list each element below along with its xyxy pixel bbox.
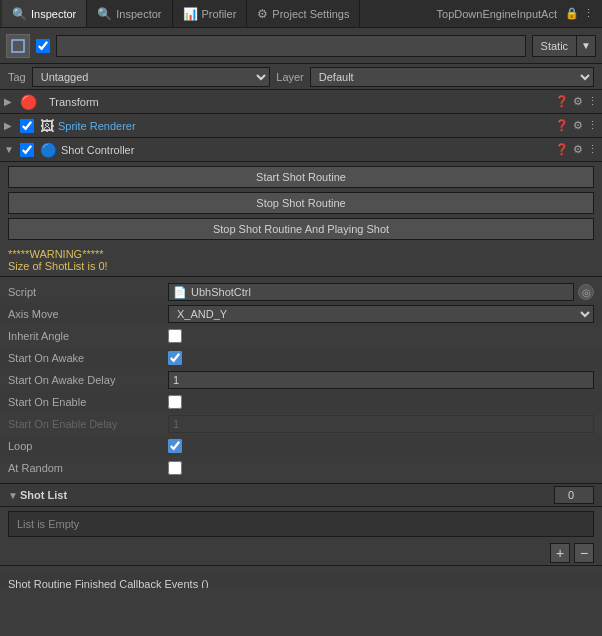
svg-rect-0 <box>12 40 24 52</box>
prop-value-inherit-angle <box>168 329 594 343</box>
profiler-icon: 📊 <box>183 7 198 21</box>
start-on-awake-checkbox[interactable] <box>168 351 182 365</box>
stop-shot-routine-button[interactable]: Stop Shot Routine <box>8 192 594 214</box>
prop-row-start-on-awake: Start On Awake <box>0 347 602 369</box>
loop-checkbox[interactable] <box>168 439 182 453</box>
script-file-icon: 📄 <box>173 286 187 299</box>
prop-row-script: Script 📄 UbhShotCtrl ◎ <box>0 281 602 303</box>
transform-help-icon[interactable]: ❓ <box>555 95 569 108</box>
shot-list-header[interactable]: ▼ Shot List <box>0 483 602 507</box>
component-sprite-renderer[interactable]: ▶ 🖼 Sprite Renderer ❓ ⚙ ⋮ <box>0 114 602 138</box>
prop-value-start-on-enable-delay <box>168 415 594 433</box>
shot-layout-icon[interactable]: ⚙ <box>573 143 583 156</box>
prop-label-loop: Loop <box>8 440 168 452</box>
shot-controller-icon: 🔵 <box>40 142 57 158</box>
sprite-renderer-icon: 🖼 <box>40 118 54 134</box>
prop-value-axis-move: X_AND_Y <box>168 305 594 323</box>
at-random-checkbox[interactable] <box>168 461 182 475</box>
sprite-layout-icon[interactable]: ⚙ <box>573 119 583 132</box>
prop-label-start-on-awake: Start On Awake <box>8 352 168 364</box>
tab-inspector-2-label: Inspector <box>116 8 161 20</box>
layer-label: Layer <box>276 71 304 83</box>
prop-label-axis-move: Axis Move <box>8 308 168 320</box>
prop-label-script: Script <box>8 286 168 298</box>
sprite-renderer-actions: ❓ ⚙ ⋮ <box>555 119 598 132</box>
shot-more-icon[interactable]: ⋮ <box>587 143 598 156</box>
tab-profiler[interactable]: 📊 Profiler <box>173 0 248 27</box>
prop-row-inherit-angle: Inherit Angle <box>0 325 602 347</box>
settings-icon: ⚙ <box>257 7 268 21</box>
stop-shot-playing-button[interactable]: Stop Shot Routine And Playing Shot <box>8 218 594 240</box>
prop-row-start-on-enable-delay: Start On Enable Delay <box>0 413 602 435</box>
shot-controller-label: Shot Controller <box>61 144 551 156</box>
prop-label-inherit-angle: Inherit Angle <box>8 330 168 342</box>
transform-more-icon[interactable]: ⋮ <box>587 95 598 108</box>
prop-value-loop <box>168 439 594 453</box>
tab-inspector-1[interactable]: 🔍 Inspector <box>2 0 87 27</box>
start-on-enable-delay-input <box>168 415 594 433</box>
prop-row-loop: Loop <box>0 435 602 457</box>
shot-list-buttons: + − <box>0 541 602 566</box>
script-pick-btn[interactable]: ◎ <box>578 284 594 300</box>
warning-section: *****WARNING***** Size of ShotList is 0! <box>0 244 602 277</box>
start-on-enable-checkbox[interactable] <box>168 395 182 409</box>
callback-header: Shot Routine Finished Callback Events () <box>0 572 602 588</box>
prop-value-start-on-enable <box>168 395 594 409</box>
shot-controller-body: Start Shot Routine Stop Shot Routine Sto… <box>0 166 602 588</box>
tab-inspector-1-label: Inspector <box>31 8 76 20</box>
shot-list-count-input[interactable] <box>554 486 594 504</box>
tab-bar: 🔍 Inspector 🔍 Inspector 📊 Profiler ⚙ Pro… <box>0 0 602 28</box>
shot-list-empty: List is Empty <box>8 511 594 537</box>
callback-label: Shot Routine Finished Callback Events () <box>8 578 209 589</box>
shot-list-remove-button[interactable]: − <box>574 543 594 563</box>
shot-list-label: Shot List <box>20 489 554 501</box>
prop-value-start-on-awake <box>168 351 594 365</box>
start-on-awake-delay-input[interactable] <box>168 371 594 389</box>
tag-layer-row: Tag Untagged Layer Default <box>0 64 602 90</box>
static-button[interactable]: Static <box>532 35 578 57</box>
object-icon <box>6 34 30 58</box>
properties-section: Script 📄 UbhShotCtrl ◎ Axis Move X_AND_Y <box>0 277 602 483</box>
component-shot-controller[interactable]: ▼ 🔵 Shot Controller ❓ ⚙ ⋮ <box>0 138 602 162</box>
prop-label-start-on-enable: Start On Enable <box>8 396 168 408</box>
sprite-more-icon[interactable]: ⋮ <box>587 119 598 132</box>
prop-label-at-random: At Random <box>8 462 168 474</box>
prop-value-script: 📄 UbhShotCtrl ◎ <box>168 283 594 301</box>
prop-row-start-on-awake-delay: Start On Awake Delay <box>0 369 602 391</box>
script-value: 📄 UbhShotCtrl <box>168 283 574 301</box>
static-tag: Static ▼ <box>532 35 596 57</box>
tab-project-settings[interactable]: ⚙ Project Settings <box>247 0 360 27</box>
inspector-icon-2: 🔍 <box>97 7 112 21</box>
object-name-input[interactable]: Square <box>56 35 526 57</box>
prop-label-start-on-awake-delay: Start On Awake Delay <box>8 374 168 386</box>
prop-row-axis-move: Axis Move X_AND_Y <box>0 303 602 325</box>
active-checkbox-row <box>36 39 50 53</box>
shot-controller-actions: ❓ ⚙ ⋮ <box>555 143 598 156</box>
layer-select[interactable]: Default <box>310 67 594 87</box>
transform-icon: 🔴 <box>20 94 37 110</box>
tag-select[interactable]: Untagged <box>32 67 271 87</box>
active-checkbox[interactable] <box>36 39 50 53</box>
warning-line1: *****WARNING***** <box>8 248 594 260</box>
tag-label: Tag <box>8 71 26 83</box>
toolbar: Square Static ▼ <box>0 28 602 64</box>
axis-move-select[interactable]: X_AND_Y <box>168 305 594 323</box>
transform-label: Transform <box>49 96 551 108</box>
static-dropdown[interactable]: ▼ <box>577 35 596 57</box>
tab-inspector-2[interactable]: 🔍 Inspector <box>87 0 172 27</box>
shot-controller-arrow: ▼ <box>4 144 16 155</box>
tab-project-settings-label: Project Settings <box>272 8 349 20</box>
sprite-arrow: ▶ <box>4 120 16 131</box>
sprite-renderer-checkbox[interactable] <box>20 119 34 133</box>
prop-row-start-on-enable: Start On Enable <box>0 391 602 413</box>
start-shot-routine-button[interactable]: Start Shot Routine <box>8 166 594 188</box>
sprite-help-icon[interactable]: ❓ <box>555 119 569 132</box>
shot-list-arrow: ▼ <box>8 490 20 501</box>
shot-controller-checkbox[interactable] <box>20 143 34 157</box>
transform-arrow: ▶ <box>4 96 16 107</box>
shot-help-icon[interactable]: ❓ <box>555 143 569 156</box>
transform-layout-icon[interactable]: ⚙ <box>573 95 583 108</box>
component-transform[interactable]: ▶ 🔴 Transform ❓ ⚙ ⋮ <box>0 90 602 114</box>
shot-list-add-button[interactable]: + <box>550 543 570 563</box>
inherit-angle-checkbox[interactable] <box>168 329 182 343</box>
